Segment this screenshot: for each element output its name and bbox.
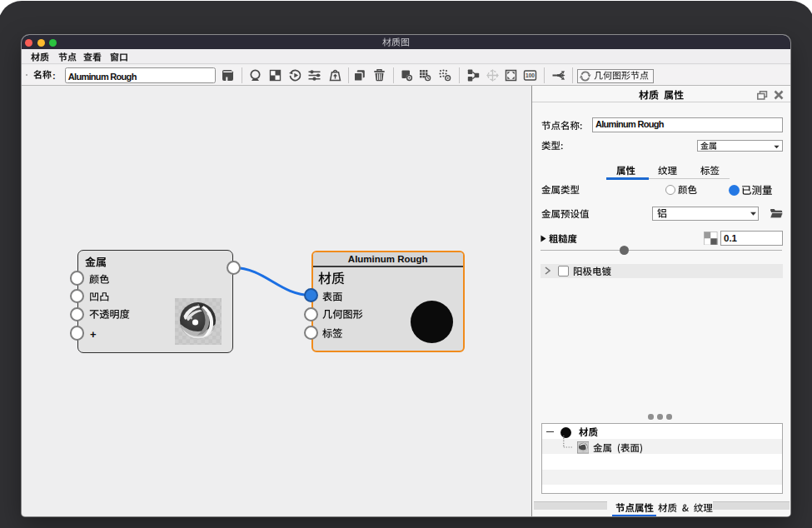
- svg-text:100: 100: [526, 72, 535, 78]
